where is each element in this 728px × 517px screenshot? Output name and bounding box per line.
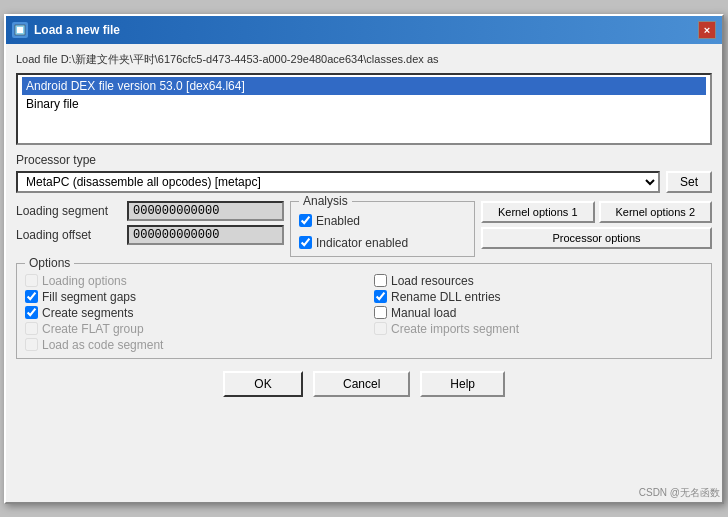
kernel-options-2-button[interactable]: Kernel options 2 bbox=[599, 201, 713, 223]
kernel-options-1-button[interactable]: Kernel options 1 bbox=[481, 201, 595, 223]
loading-fields: Loading segment Loading offset bbox=[16, 201, 284, 257]
file-list-item-binary[interactable]: Binary file bbox=[22, 95, 706, 113]
loading-offset-label: Loading offset bbox=[16, 228, 121, 242]
indicator-enabled-row: Indicator enabled bbox=[299, 236, 466, 250]
kernel-buttons-row: Kernel options 1 Kernel options 2 bbox=[481, 201, 712, 223]
create-segments-checkbox[interactable] bbox=[25, 306, 38, 319]
loading-segment-label: Loading segment bbox=[16, 204, 121, 218]
options-legend: Options bbox=[25, 256, 74, 270]
loading-options-label: Loading options bbox=[42, 274, 127, 288]
manual-load-checkbox[interactable] bbox=[374, 306, 387, 319]
svg-rect-1 bbox=[17, 27, 23, 33]
load-as-code-item: Load as code segment bbox=[25, 338, 354, 352]
cancel-button[interactable]: Cancel bbox=[313, 371, 410, 397]
enabled-row: Enabled bbox=[299, 214, 466, 228]
dialog-icon bbox=[12, 22, 28, 38]
loading-offset-input[interactable] bbox=[127, 225, 284, 245]
mid-section: Loading segment Loading offset Analysis … bbox=[16, 201, 712, 257]
close-button[interactable]: × bbox=[698, 21, 716, 39]
manual-load-item: Manual load bbox=[374, 306, 703, 320]
fill-segment-gaps-checkbox[interactable] bbox=[25, 290, 38, 303]
create-segments-item: Create segments bbox=[25, 306, 354, 320]
rename-dll-entries-checkbox[interactable] bbox=[374, 290, 387, 303]
fill-segment-gaps-item: Fill segment gaps bbox=[25, 290, 354, 304]
options-section: Options Loading options Load resources F… bbox=[16, 263, 712, 359]
processor-options-button[interactable]: Processor options bbox=[481, 227, 712, 249]
loading-segment-input[interactable] bbox=[127, 201, 284, 221]
file-path-label: Load file D:\新建文件夹\平时\6176cfc5-d473-4453… bbox=[16, 52, 712, 67]
loading-options-checkbox[interactable] bbox=[25, 274, 38, 287]
load-resources-label: Load resources bbox=[391, 274, 474, 288]
create-segments-label: Create segments bbox=[42, 306, 133, 320]
processor-row: MetaPC (disassemble all opcodes) [metapc… bbox=[16, 171, 712, 193]
load-as-code-checkbox[interactable] bbox=[25, 338, 38, 351]
right-buttons: Kernel options 1 Kernel options 2 Proces… bbox=[481, 201, 712, 257]
load-resources-checkbox[interactable] bbox=[374, 274, 387, 287]
load-as-code-label: Load as code segment bbox=[42, 338, 163, 352]
analysis-box: Analysis Enabled Indicator enabled bbox=[290, 201, 475, 257]
rename-dll-entries-item: Rename DLL entries bbox=[374, 290, 703, 304]
file-type-list[interactable]: Android DEX file version 53.0 [dex64.l64… bbox=[16, 73, 712, 145]
enabled-label: Enabled bbox=[316, 214, 360, 228]
indicator-enabled-label: Indicator enabled bbox=[316, 236, 408, 250]
ok-button[interactable]: OK bbox=[223, 371, 303, 397]
watermark: CSDN @无名函数 bbox=[639, 486, 720, 500]
load-resources-item: Load resources bbox=[374, 274, 703, 288]
analysis-legend: Analysis bbox=[299, 194, 352, 208]
indicator-enabled-checkbox[interactable] bbox=[299, 236, 312, 249]
set-button[interactable]: Set bbox=[666, 171, 712, 193]
options-grid: Loading options Load resources Fill segm… bbox=[25, 274, 703, 352]
create-imports-segment-label: Create imports segment bbox=[391, 322, 519, 336]
help-button[interactable]: Help bbox=[420, 371, 505, 397]
fill-segment-gaps-label: Fill segment gaps bbox=[42, 290, 136, 304]
create-imports-segment-checkbox[interactable] bbox=[374, 322, 387, 335]
enabled-checkbox[interactable] bbox=[299, 214, 312, 227]
loading-options-item: Loading options bbox=[25, 274, 354, 288]
processor-select[interactable]: MetaPC (disassemble all opcodes) [metapc… bbox=[16, 171, 660, 193]
load-file-dialog: Load a new file × Load file D:\新建文件夹\平时\… bbox=[4, 14, 724, 504]
manual-load-label: Manual load bbox=[391, 306, 456, 320]
processor-type-label: Processor type bbox=[16, 153, 712, 167]
create-imports-segment-item: Create imports segment bbox=[374, 322, 703, 336]
create-flat-group-label: Create FLAT group bbox=[42, 322, 144, 336]
bottom-buttons: OK Cancel Help bbox=[16, 367, 712, 397]
processor-select-wrapper[interactable]: MetaPC (disassemble all opcodes) [metapc… bbox=[16, 171, 660, 193]
rename-dll-entries-label: Rename DLL entries bbox=[391, 290, 501, 304]
loading-offset-row: Loading offset bbox=[16, 225, 284, 245]
create-flat-group-item: Create FLAT group bbox=[25, 322, 354, 336]
file-list-item-dex[interactable]: Android DEX file version 53.0 [dex64.l64… bbox=[22, 77, 706, 95]
title-bar: Load a new file × bbox=[6, 16, 722, 44]
dialog-title: Load a new file bbox=[34, 23, 120, 37]
loading-segment-row: Loading segment bbox=[16, 201, 284, 221]
create-flat-group-checkbox[interactable] bbox=[25, 322, 38, 335]
